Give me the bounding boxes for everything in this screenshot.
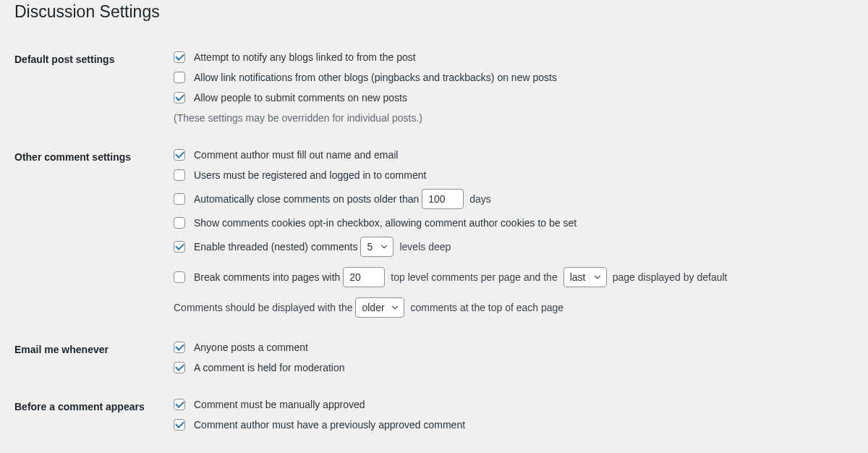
threaded-checkbox[interactable] bbox=[174, 241, 185, 253]
allow-comments-label[interactable]: Allow people to submit comments on new p… bbox=[194, 91, 407, 104]
threaded-label-before[interactable]: Enable threaded (nested) comments bbox=[194, 240, 357, 253]
held-moderation-checkbox[interactable] bbox=[174, 362, 185, 373]
require-name-email-checkbox[interactable] bbox=[174, 149, 185, 161]
manual-approve-checkbox[interactable] bbox=[174, 399, 185, 410]
threaded-label-after: levels deep bbox=[399, 240, 451, 253]
paginate-label-before[interactable]: Break comments into pages with bbox=[194, 271, 340, 284]
auto-close-days-input[interactable] bbox=[422, 189, 464, 209]
prev-approved-label[interactable]: Comment author must have a previously ap… bbox=[194, 418, 465, 431]
auto-close-checkbox[interactable] bbox=[174, 193, 185, 205]
section-other-comment-label: Other comment settings bbox=[14, 140, 174, 333]
order-label-after: comments at the top of each page bbox=[410, 301, 563, 314]
allow-pingbacks-label[interactable]: Allow link notifications from other blog… bbox=[194, 71, 557, 84]
default-post-help-text: (These settings may be overridden for in… bbox=[174, 111, 846, 124]
auto-close-label-after: days bbox=[469, 192, 491, 206]
prev-approved-checkbox[interactable] bbox=[174, 419, 185, 431]
page-title: Discussion Settings bbox=[14, 0, 854, 27]
require-name-email-label[interactable]: Comment author must fill out name and em… bbox=[194, 148, 398, 161]
settings-table: Default post settings Attempt to notify … bbox=[14, 42, 854, 446]
threaded-levels-select[interactable]: 5 bbox=[360, 237, 393, 257]
auto-close-label-before[interactable]: Automatically close comments on posts ol… bbox=[194, 192, 419, 206]
section-before-appears-label: Before a comment appears bbox=[14, 389, 174, 446]
cookies-optin-label[interactable]: Show comments cookies opt-in checkbox, a… bbox=[194, 216, 576, 229]
anyone-posts-label[interactable]: Anyone posts a comment bbox=[194, 341, 308, 354]
notify-blogs-checkbox[interactable] bbox=[174, 51, 185, 63]
allow-pingbacks-checkbox[interactable] bbox=[174, 72, 185, 83]
cookies-optin-checkbox[interactable] bbox=[174, 217, 185, 229]
paginate-label-after: page displayed by default bbox=[613, 271, 728, 284]
held-moderation-label[interactable]: A comment is held for moderation bbox=[194, 361, 345, 374]
section-default-post-label: Default post settings bbox=[14, 42, 174, 140]
paginate-label-mid: top level comments per page and the bbox=[391, 271, 557, 284]
section-email-me-label: Email me whenever bbox=[14, 332, 174, 389]
notify-blogs-label[interactable]: Attempt to notify any blogs linked to fr… bbox=[194, 51, 416, 64]
paginate-per-page-input[interactable] bbox=[343, 267, 385, 287]
order-label-before: Comments should be displayed with the bbox=[174, 301, 352, 314]
require-registration-label[interactable]: Users must be registered and logged in t… bbox=[194, 169, 426, 182]
allow-comments-checkbox[interactable] bbox=[174, 92, 185, 103]
require-registration-checkbox[interactable] bbox=[174, 169, 185, 181]
anyone-posts-checkbox[interactable] bbox=[174, 342, 185, 353]
paginate-default-page-select[interactable]: last bbox=[563, 267, 607, 287]
manual-approve-label[interactable]: Comment must be manually approved bbox=[194, 398, 365, 411]
paginate-checkbox[interactable] bbox=[174, 271, 185, 283]
order-select[interactable]: older bbox=[355, 297, 404, 318]
